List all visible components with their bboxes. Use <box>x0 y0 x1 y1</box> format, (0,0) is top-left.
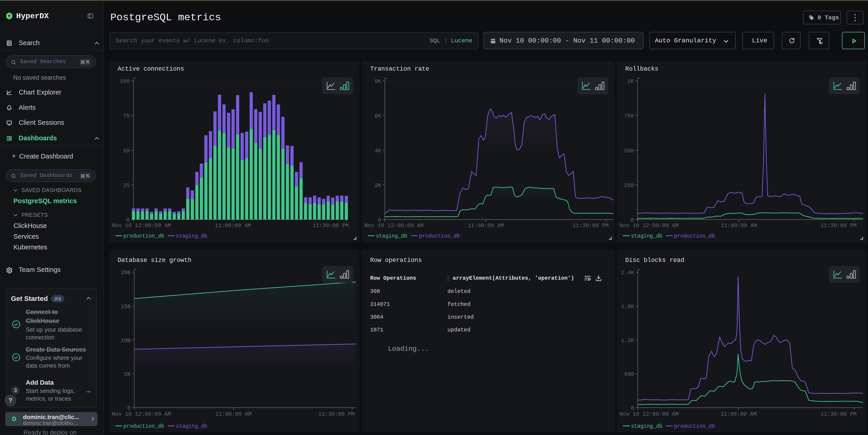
svg-text:10B: 10B <box>121 337 131 344</box>
svg-text:11:00:00 AM: 11:00:00 AM <box>215 411 251 417</box>
svg-text:8K: 8K <box>374 78 381 85</box>
svg-text:production_db: production_db <box>419 233 460 239</box>
svg-text:0: 0 <box>127 405 131 411</box>
svg-text:11:30:00 PM: 11:30:00 PM <box>318 411 354 417</box>
svg-text:staging_db: staging_db <box>631 424 662 429</box>
svg-text:11:00:00 AM: 11:00:00 AM <box>720 411 756 417</box>
svg-text:750: 750 <box>624 113 634 119</box>
svg-text:staging_db: staging_db <box>376 233 407 239</box>
svg-text:11:00:00 AM: 11:00:00 AM <box>215 223 251 229</box>
svg-text:Nov 10 12:00:00 AM: Nov 10 12:00:00 AM <box>112 411 171 417</box>
svg-text:Nov 10 12:00:00 AM: Nov 10 12:00:00 AM <box>620 411 679 417</box>
svg-text:25: 25 <box>123 182 130 189</box>
svg-text:1.2K: 1.2K <box>621 337 634 344</box>
svg-text:0: 0 <box>631 405 634 411</box>
svg-text:2K: 2K <box>374 182 381 189</box>
svg-text:20B: 20B <box>121 270 131 276</box>
svg-text:500: 500 <box>624 148 634 154</box>
svg-text:11:00:00 AM: 11:00:00 AM <box>721 223 757 229</box>
svg-text:Nov 10 12:00:00 AM: Nov 10 12:00:00 AM <box>620 223 679 229</box>
svg-text:1.8K: 1.8K <box>621 304 634 310</box>
svg-text:11:30:00 PM: 11:30:00 PM <box>820 223 857 229</box>
svg-text:0: 0 <box>378 217 381 223</box>
svg-text:0: 0 <box>631 217 634 223</box>
svg-text:5B: 5B <box>124 371 131 377</box>
svg-text:production_db: production_db <box>123 233 164 239</box>
svg-text:75: 75 <box>123 113 130 119</box>
svg-text:1K: 1K <box>627 78 634 85</box>
svg-text:4K: 4K <box>374 148 381 154</box>
svg-text:Nov 10 12:00:00 AM: Nov 10 12:00:00 AM <box>365 223 424 229</box>
svg-text:600: 600 <box>624 371 634 377</box>
svg-text:0: 0 <box>126 217 130 223</box>
svg-text:11:30:00 PM: 11:30:00 PM <box>572 223 609 229</box>
svg-text:6K: 6K <box>374 113 381 119</box>
svg-text:2.4K: 2.4K <box>621 270 634 276</box>
svg-text:staging_db: staging_db <box>176 424 207 429</box>
svg-text:production_db: production_db <box>123 424 164 429</box>
svg-text:11:30:00 PM: 11:30:00 PM <box>820 411 857 417</box>
svg-text:100: 100 <box>120 78 130 85</box>
svg-text:15B: 15B <box>121 304 131 310</box>
svg-text:staging_db: staging_db <box>176 233 207 239</box>
svg-text:production_db: production_db <box>674 233 715 239</box>
svg-text:250: 250 <box>624 182 634 189</box>
svg-text:Nov 10 12:00:00 AM: Nov 10 12:00:00 AM <box>112 223 171 229</box>
svg-text:production_db: production_db <box>674 424 715 429</box>
svg-text:50: 50 <box>123 148 130 154</box>
svg-text:staging_db: staging_db <box>631 233 662 239</box>
svg-text:11:30:00 PM: 11:30:00 PM <box>313 223 349 229</box>
svg-text:11:00:00 AM: 11:00:00 AM <box>468 223 504 229</box>
